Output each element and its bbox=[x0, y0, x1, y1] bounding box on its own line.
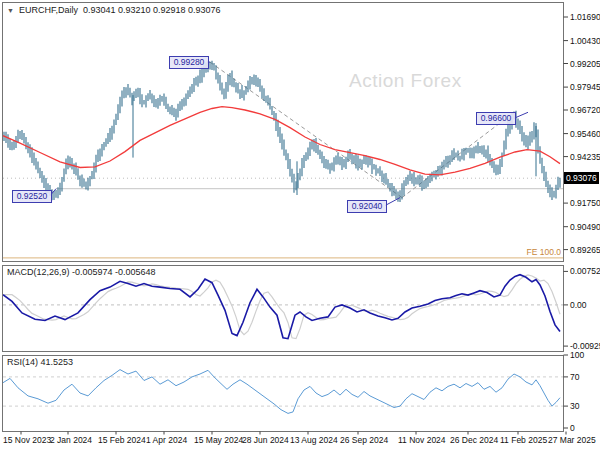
collapse-triangle-icon[interactable]: ▼ bbox=[7, 6, 14, 15]
price-annotation-box[interactable]: 0.96600 bbox=[476, 112, 516, 125]
macd-axis-label: 0.007526 bbox=[570, 266, 600, 276]
price-axis-label: 0.99205 bbox=[570, 59, 600, 69]
price-annotation-box[interactable]: 0.99280 bbox=[169, 56, 209, 69]
rsi-axis-label: 100 bbox=[570, 350, 584, 360]
price-axis-label: 1.00430 bbox=[570, 36, 600, 46]
fib-expansion-label: FE 100.0 bbox=[527, 247, 562, 257]
price-annotation-box[interactable]: 0.92040 bbox=[347, 200, 387, 213]
price-axis-label: 0.97945 bbox=[570, 82, 600, 92]
date-axis-label: 26 Dec 2024 bbox=[450, 435, 498, 445]
macd-axis-label: 0.00 bbox=[570, 300, 587, 310]
date-axis-label: 27 Mar 2025 bbox=[548, 435, 596, 445]
price-axis-label: 0.95460 bbox=[570, 129, 600, 139]
date-axis-label: 1 Apr 2024 bbox=[146, 435, 187, 445]
price-annotation-box[interactable]: 0.92520 bbox=[12, 190, 52, 203]
ohlc-values: 0.93041 0.93210 0.92918 0.93076 bbox=[83, 5, 221, 15]
date-axis-label: 15 Nov 2023 bbox=[3, 435, 51, 445]
current-price-tag: 0.93076 bbox=[564, 172, 599, 184]
price-axis-label: 0.96720 bbox=[570, 105, 600, 115]
date-axis-label: 15 Feb 2024 bbox=[98, 435, 146, 445]
rsi-axis-label: 30 bbox=[570, 401, 579, 411]
date-axis-label: 11 Nov 2024 bbox=[398, 435, 446, 445]
rsi-axis-label: 0 bbox=[570, 423, 575, 433]
macd-indicator-label: MACD(12,26,9) -0.005974 -0.005648 bbox=[7, 267, 156, 277]
price-axis-label: 0.89265 bbox=[570, 245, 600, 255]
date-axis-label: 2 Jan 2024 bbox=[50, 435, 92, 445]
price-axis-label: 0.91750 bbox=[570, 198, 600, 208]
date-axis-label: 11 Feb 2025 bbox=[500, 435, 547, 445]
symbol-period-label: EURCHF,Daily bbox=[19, 5, 78, 15]
date-axis-label: 28 Jun 2024 bbox=[242, 435, 289, 445]
trading-chart-window: ▼ EURCHF,Daily 0.93041 0.93210 0.92918 0… bbox=[0, 0, 600, 450]
chart-header: ▼ EURCHF,Daily 0.93041 0.93210 0.92918 0… bbox=[7, 5, 221, 15]
price-axis-label: 0.94235 bbox=[570, 152, 600, 162]
rsi-indicator-label: RSI(14) 41.5253 bbox=[7, 357, 73, 367]
chart-plot-area[interactable] bbox=[0, 0, 600, 450]
date-axis-label: 13 Aug 2024 bbox=[290, 435, 338, 445]
price-axis-label: 1.01690 bbox=[570, 12, 600, 22]
date-axis-label: 15 May 2024 bbox=[194, 435, 243, 445]
watermark: Action Forex bbox=[349, 70, 462, 92]
price-axis-label: 0.90490 bbox=[570, 222, 600, 232]
date-axis-label: 26 Sep 2024 bbox=[340, 435, 388, 445]
rsi-axis-label: 70 bbox=[570, 372, 579, 382]
